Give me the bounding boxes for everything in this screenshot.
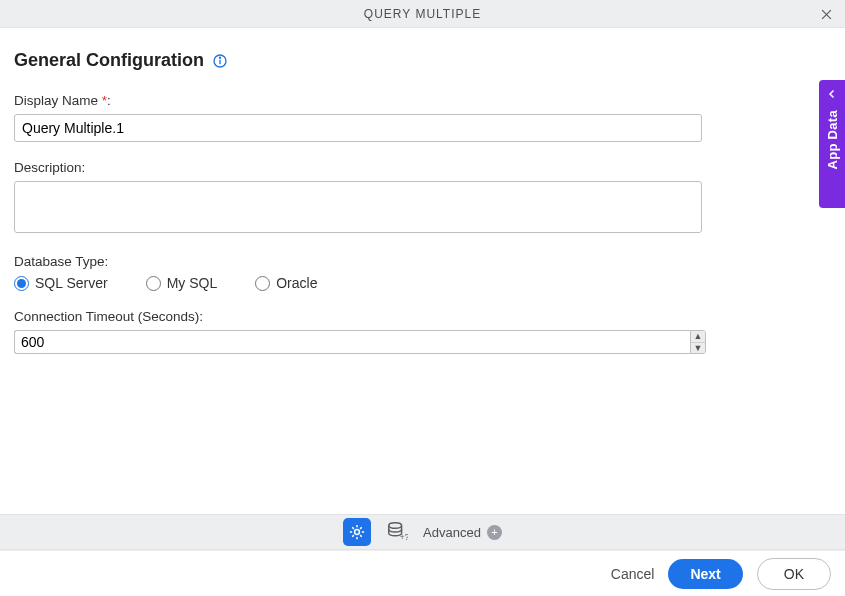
stepper: ▲ ▼	[690, 330, 706, 354]
description-field: Description:	[14, 160, 831, 236]
database-icon: +?	[386, 521, 408, 543]
advanced-label: Advanced	[423, 525, 481, 540]
display-name-field: Display Name *:	[14, 93, 831, 142]
dialog-body: General Configuration Display Name *: De…	[0, 28, 845, 514]
svg-point-4	[389, 523, 402, 529]
connection-timeout-input[interactable]	[14, 330, 690, 354]
dialog-title: QUERY MULTIPLE	[364, 7, 481, 21]
description-input[interactable]	[14, 181, 702, 233]
radio-oracle-label: Oracle	[276, 275, 317, 291]
tab-general[interactable]	[343, 518, 371, 546]
tab-database[interactable]: +?	[383, 518, 411, 546]
app-data-panel-tab[interactable]: App Data	[819, 80, 845, 208]
radio-mysql[interactable]: My SQL	[146, 275, 218, 291]
section-title: General Configuration	[14, 50, 204, 71]
plus-icon: +	[487, 525, 502, 540]
radio-mysql-input[interactable]	[146, 276, 161, 291]
display-name-input[interactable]	[14, 114, 702, 142]
database-type-radios: SQL Server My SQL Oracle	[14, 275, 831, 291]
app-data-label: App Data	[825, 110, 840, 169]
tab-advanced[interactable]: Advanced +	[423, 525, 502, 540]
radio-oracle[interactable]: Oracle	[255, 275, 317, 291]
radio-sql-server-input[interactable]	[14, 276, 29, 291]
info-icon[interactable]	[212, 53, 228, 69]
database-type-field: Database Type: SQL Server My SQL Oracle	[14, 254, 831, 291]
section-header: General Configuration	[14, 50, 831, 71]
svg-text:+?: +?	[400, 533, 408, 542]
database-type-label: Database Type:	[14, 254, 831, 269]
close-icon	[819, 7, 834, 22]
radio-sql-server[interactable]: SQL Server	[14, 275, 108, 291]
connection-timeout-label: Connection Timeout (Seconds):	[14, 309, 831, 324]
display-name-label: Display Name *:	[14, 93, 831, 108]
gear-icon	[348, 523, 366, 541]
close-button[interactable]	[815, 3, 837, 25]
radio-sql-server-label: SQL Server	[35, 275, 108, 291]
chevron-left-icon	[826, 88, 838, 100]
dialog-footer: Cancel Next OK	[0, 550, 845, 596]
ok-button[interactable]: OK	[757, 558, 831, 590]
next-button[interactable]: Next	[668, 559, 742, 589]
svg-point-3	[355, 530, 360, 535]
dialog-header: QUERY MULTIPLE	[0, 0, 845, 28]
stepper-up[interactable]: ▲	[691, 331, 705, 343]
cancel-button[interactable]: Cancel	[611, 566, 655, 582]
stepper-down[interactable]: ▼	[691, 343, 705, 354]
radio-oracle-input[interactable]	[255, 276, 270, 291]
svg-point-2	[219, 57, 220, 58]
description-label: Description:	[14, 160, 831, 175]
radio-mysql-label: My SQL	[167, 275, 218, 291]
bottom-tabbar: +? Advanced +	[0, 514, 845, 550]
connection-timeout-field: Connection Timeout (Seconds): ▲ ▼	[14, 309, 831, 354]
